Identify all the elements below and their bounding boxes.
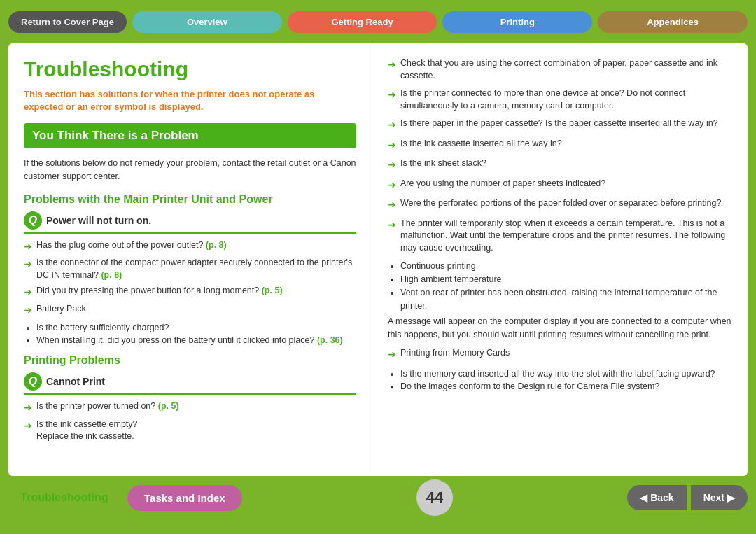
right-item-3: ➜ Is there paper in the paper cassette? …: [388, 118, 732, 132]
arrow-icon: ➜: [388, 218, 396, 232]
section2-heading: Problems with the Main Printer Unit and …: [24, 193, 356, 206]
page-number-container: 44: [249, 479, 621, 516]
next-button[interactable]: Next ▶: [691, 485, 748, 510]
q1-divider: [24, 232, 356, 234]
bullet-item: Is the battery sufficiently charged?: [36, 321, 356, 335]
q2-item-1-ref[interactable]: (p. 5): [158, 401, 179, 411]
overview-button[interactable]: Overview: [132, 11, 282, 33]
arrow-icon: ➜: [388, 158, 396, 172]
right-item-7-text: Were the perforated portions of the pape…: [400, 197, 721, 210]
right-item-4: ➜ Is the ink cassette inserted all the w…: [388, 138, 732, 153]
q1-item-3: ➜ Did you try pressing the power button …: [24, 285, 356, 300]
bullet-item: Continuous printing: [400, 260, 732, 273]
right-item-8-text: The printer will temporarily stop when i…: [400, 218, 732, 255]
arrow-icon: ➜: [24, 258, 32, 272]
question2-block: Q Cannot Print: [24, 372, 356, 391]
arrow-icon: ➜: [388, 178, 396, 192]
right-item-2-text: Is the printer connected to more than on…: [400, 87, 732, 112]
right-item-3-text: Is there paper in the paper cassette? Is…: [400, 118, 718, 130]
arrow-icon: ➜: [24, 419, 32, 433]
q1-item-1: ➜ Has the plug come out of the power out…: [24, 239, 356, 254]
printing-button[interactable]: Printing: [442, 11, 592, 33]
question2-label: Cannot Print: [46, 376, 105, 387]
back-label: Back: [650, 492, 673, 503]
next-arrow-icon: ▶: [727, 492, 735, 503]
bullet-item: Is the memory card inserted all the way …: [400, 367, 732, 381]
q1-item-1-text: Has the plug come out of the power outle…: [36, 239, 227, 252]
section3-heading: Printing Problems: [24, 354, 356, 367]
q1-bullet-list: Is the battery sufficiently charged? Whe…: [36, 321, 356, 348]
right-item-6-text: Are you using the number of paper sheets…: [400, 178, 606, 190]
q2-divider: [24, 393, 356, 395]
appendices-button[interactable]: Appendices: [598, 11, 748, 33]
q1-item-2: ➜ Is the connector of the compact power …: [24, 257, 356, 281]
arrow-icon: ➜: [24, 240, 32, 254]
back-next-controls: ◀ Back Next ▶: [627, 485, 748, 510]
page-title: Troubleshooting: [24, 57, 356, 81]
tasks-and-index-button[interactable]: Tasks and Index: [127, 485, 242, 511]
para-text-1: A message will appear on the computer di…: [388, 315, 732, 342]
top-navigation: Return to Cover Page Overview Getting Re…: [0, 0, 756, 43]
back-arrow-icon: ◀: [640, 492, 648, 503]
q2-item-1-text: Is the printer power turned on? (p. 5): [36, 400, 179, 413]
right-item-7: ➜ Were the perforated portions of the pa…: [388, 197, 732, 212]
q1-item-3-text: Did you try pressing the power button fo…: [36, 285, 283, 297]
right-column: ➜ Check that you are using the correct c…: [372, 43, 748, 476]
return-to-cover-button[interactable]: Return to Cover Page: [8, 11, 127, 33]
right-item-5-text: Is the ink sheet slack?: [400, 157, 486, 170]
q-icon-1: Q: [24, 211, 42, 230]
right-bullet-list-1: Continuous printing High ambient tempera…: [400, 260, 732, 312]
question1-block: Q Power will not turn on.: [24, 211, 356, 230]
arrow-icon: ➜: [388, 88, 396, 102]
bullet-item: Do the images conform to the Design rule…: [400, 380, 732, 393]
section1-heading: You Think There is a Problem: [24, 123, 356, 148]
q2-item-2: ➜ Is the ink cassette empty?Replace the …: [24, 419, 356, 443]
main-content: Troubleshooting This section has solutio…: [8, 43, 748, 476]
right-item-9: ➜ Printing from Memory Cards: [388, 347, 732, 362]
bullet-ref[interactable]: (p. 36): [317, 335, 343, 345]
bullet-item: Vent on rear of printer has been obstruc…: [400, 286, 732, 313]
question1-label: Power will not turn on.: [46, 215, 151, 226]
right-item-2: ➜ Is the printer connected to more than …: [388, 87, 732, 112]
arrow-icon: ➜: [388, 139, 396, 153]
right-item-1-text: Check that you are using the correct com…: [400, 57, 732, 82]
arrow-icon: ➜: [388, 198, 396, 212]
right-item-4-text: Is the ink cassette inserted all the way…: [400, 138, 562, 150]
arrow-icon: ➜: [388, 118, 396, 132]
right-item-9-text: Printing from Memory Cards: [400, 347, 510, 360]
q-icon-2: Q: [24, 372, 42, 391]
q1-item-3-ref[interactable]: (p. 5): [262, 286, 283, 295]
q1-item-2-text: Is the connector of the compact power ad…: [36, 257, 356, 281]
right-item-1: ➜ Check that you are using the correct c…: [388, 57, 732, 82]
arrow-icon: ➜: [24, 286, 32, 300]
left-column: Troubleshooting This section has solutio…: [8, 43, 372, 476]
q1-item-4: ➜ Battery Pack: [24, 303, 356, 318]
back-button[interactable]: ◀ Back: [627, 485, 686, 510]
q1-item-4-text: Battery Pack: [36, 303, 86, 316]
q1-item-2-ref[interactable]: (p. 8): [101, 270, 122, 280]
right-item-5: ➜ Is the ink sheet slack?: [388, 157, 732, 172]
getting-ready-button[interactable]: Getting Ready: [288, 11, 438, 33]
arrow-icon: ➜: [388, 58, 396, 72]
subtitle-text: This section has solutions for when the …: [24, 88, 356, 113]
q2-item-1: ➜ Is the printer power turned on? (p. 5): [24, 400, 356, 415]
next-label: Next: [704, 492, 724, 503]
right-item-8: ➜ The printer will temporarily stop when…: [388, 218, 732, 255]
right-item-6: ➜ Are you using the number of paper shee…: [388, 178, 732, 192]
intro-text: If the solutions below do not remedy you…: [24, 157, 356, 183]
right-bullet-list-2: Is the memory card inserted all the way …: [400, 367, 732, 394]
arrow-icon: ➜: [24, 401, 32, 415]
page-number: 44: [416, 479, 453, 516]
troubleshooting-bottom-button[interactable]: Troubleshooting: [8, 486, 120, 510]
arrow-icon: ➜: [24, 304, 32, 318]
q1-item-1-ref[interactable]: (p. 8): [206, 240, 227, 250]
arrow-icon: ➜: [388, 348, 396, 362]
bottom-bar: Troubleshooting Tasks and Index 44 ◀ Bac…: [0, 476, 756, 519]
bullet-item: When installing it, did you press on the…: [36, 334, 356, 347]
bullet-item: High ambient temperature: [400, 273, 732, 286]
q2-item-2-text: Is the ink cassette empty?Replace the in…: [36, 419, 138, 443]
